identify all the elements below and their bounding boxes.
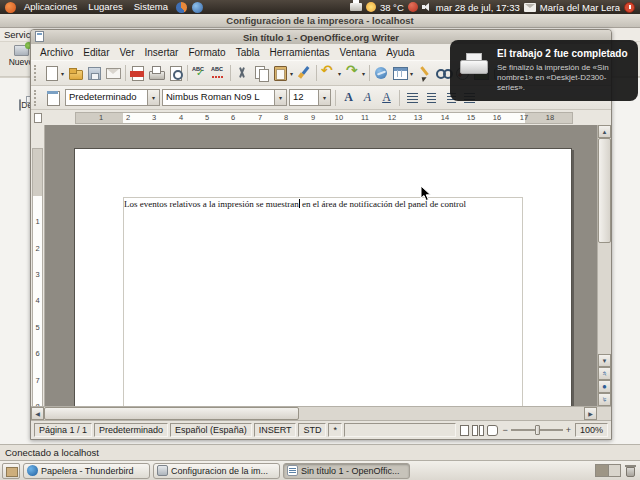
- ruler-corner-button[interactable]: [31, 110, 45, 125]
- mail-indicator-icon[interactable]: [524, 3, 536, 12]
- font-size-combo[interactable]: 12 ▾: [289, 89, 331, 106]
- language-cell[interactable]: Español (España): [170, 423, 252, 437]
- table-dropdown-arrow[interactable]: ▾: [408, 70, 415, 77]
- zoom-slider[interactable]: − +: [500, 425, 573, 435]
- multi-page-view-icon[interactable]: [472, 423, 484, 437]
- document-canvas[interactable]: Los eventos relativos a la impresión se …: [46, 125, 597, 406]
- scroll-up-button[interactable]: ▲: [598, 125, 611, 138]
- zoom-out-icon[interactable]: −: [502, 425, 507, 435]
- workspace-switcher[interactable]: [595, 464, 621, 477]
- vertical-scroll-track[interactable]: [598, 243, 611, 354]
- navigation-button[interactable]: ●: [598, 380, 611, 393]
- menu-ventana[interactable]: Ventana: [335, 47, 382, 58]
- previous-page-button[interactable]: «: [598, 367, 611, 380]
- single-page-view-icon[interactable]: [458, 423, 470, 437]
- temperature-label[interactable]: 38 °C: [380, 2, 404, 13]
- zoom-in-icon[interactable]: +: [566, 425, 571, 435]
- firefox-launcher-icon[interactable]: [176, 2, 187, 13]
- horizontal-scroll-track[interactable]: [44, 407, 584, 420]
- format-paintbrush-icon[interactable]: [296, 65, 313, 81]
- print-queue-icon[interactable]: [350, 3, 362, 11]
- align-left-icon[interactable]: [404, 90, 421, 106]
- save-icon[interactable]: [86, 65, 103, 81]
- scroll-down-button[interactable]: ▼: [598, 354, 611, 367]
- undo-dropdown-arrow[interactable]: ▾: [336, 70, 343, 77]
- toolbar-grip[interactable]: [34, 65, 39, 81]
- paste-icon[interactable]: [272, 65, 289, 81]
- zoom-percent-cell[interactable]: 100%: [575, 423, 608, 437]
- scroll-left-button[interactable]: ◀: [31, 407, 44, 420]
- taskbar-window-printer-config[interactable]: Configuracion de la im...: [153, 463, 280, 479]
- paste-dropdown-arrow[interactable]: ▾: [288, 70, 295, 77]
- paragraph-style-combo[interactable]: Predeterminado ▾: [65, 89, 160, 106]
- places-menu[interactable]: Lugares: [83, 0, 127, 14]
- menu-ver[interactable]: Ver: [114, 47, 139, 58]
- document-text-line[interactable]: Los eventos relativos a la impresión se …: [124, 198, 551, 210]
- next-page-button[interactable]: «: [598, 393, 611, 406]
- redo-dropdown-arrow[interactable]: ▾: [360, 70, 367, 77]
- menu-ayuda[interactable]: Ayuda: [381, 47, 419, 58]
- scroll-right-button[interactable]: ▶: [584, 407, 597, 420]
- user-name-label[interactable]: María del Mar Lera: [540, 2, 620, 13]
- horizontal-scrollbar[interactable]: ◀ ▶: [31, 406, 611, 420]
- vertical-scrollbar[interactable]: ▲ ▼ « ● «: [597, 125, 611, 406]
- underline-button[interactable]: A: [378, 89, 395, 106]
- applications-menu[interactable]: Aplicaciones: [19, 0, 82, 14]
- font-dropdown-button[interactable]: ▾: [274, 90, 286, 105]
- menu-insertar[interactable]: Insertar: [140, 47, 184, 58]
- cut-icon[interactable]: [234, 65, 251, 81]
- horizontal-ruler[interactable]: 1 2 3 4 5 6 7 8 9 10 11 12 13 14 15 16 1…: [45, 110, 611, 125]
- style-dropdown-button[interactable]: ▾: [147, 90, 159, 105]
- open-icon[interactable]: [67, 65, 84, 81]
- menu-tabla[interactable]: Tabla: [231, 47, 265, 58]
- styles-icon[interactable]: [45, 90, 62, 106]
- export-pdf-icon[interactable]: [129, 65, 146, 81]
- printer-window-titlebar[interactable]: Configuracion de la impresora - localhos…: [0, 14, 640, 28]
- page-preview-icon[interactable]: [167, 65, 184, 81]
- trash-icon[interactable]: [625, 464, 636, 477]
- taskbar-window-writer[interactable]: Sin título 1 - OpenOffic...: [283, 463, 410, 479]
- selection-mode-cell[interactable]: STD: [298, 423, 326, 437]
- workspace-2[interactable]: [609, 465, 621, 476]
- print-icon[interactable]: [148, 65, 165, 81]
- zoom-track[interactable]: [511, 429, 563, 431]
- italic-button[interactable]: A: [359, 89, 376, 106]
- workspace-1[interactable]: [596, 465, 609, 476]
- horizontal-scroll-thumb[interactable]: [44, 407, 299, 420]
- weather-icon[interactable]: [366, 2, 376, 12]
- bold-button[interactable]: A: [340, 89, 357, 106]
- help-launcher-icon[interactable]: [192, 2, 203, 13]
- email-icon[interactable]: [105, 65, 122, 81]
- undo-icon[interactable]: ↶: [320, 65, 337, 81]
- insert-mode-cell[interactable]: INSERT: [254, 423, 297, 437]
- vertical-scroll-thumb[interactable]: [598, 138, 611, 243]
- printer-menu-item[interactable]: Servic: [4, 29, 30, 40]
- copy-icon[interactable]: [253, 65, 270, 81]
- clock-label[interactable]: mar 28 de jul, 17:33: [436, 2, 520, 13]
- system-menu[interactable]: Sistema: [129, 0, 173, 14]
- volume-icon[interactable]: [422, 2, 432, 12]
- new-dropdown-arrow[interactable]: ▾: [59, 70, 66, 77]
- page-style-cell[interactable]: Predeterminado: [94, 423, 168, 437]
- menu-herramientas[interactable]: Herramientas: [265, 47, 335, 58]
- modified-flag-cell[interactable]: *: [328, 423, 342, 437]
- spellcheck-icon[interactable]: ABC✓: [191, 65, 208, 81]
- hyperlink-icon[interactable]: [373, 65, 390, 81]
- page-count-cell[interactable]: Página 1 / 1: [34, 423, 92, 437]
- auto-spellcheck-icon[interactable]: ABC: [210, 65, 227, 81]
- redo-icon[interactable]: ↷: [344, 65, 361, 81]
- book-view-icon[interactable]: [486, 423, 498, 437]
- menu-archivo[interactable]: Archivo: [35, 47, 78, 58]
- draw-functions-icon[interactable]: [416, 65, 433, 81]
- document-page[interactable]: Los eventos relativos a la impresión se …: [74, 148, 572, 406]
- menu-editar[interactable]: Editar: [78, 47, 114, 58]
- zoom-thumb[interactable]: [535, 425, 540, 435]
- ubuntu-logo-icon[interactable]: [5, 2, 16, 13]
- applet-icon[interactable]: [408, 2, 418, 12]
- taskbar-window-thunderbird[interactable]: Papelera - Thunderbird: [23, 463, 150, 479]
- new-document-icon[interactable]: [43, 65, 60, 81]
- font-name-combo[interactable]: Nimbus Roman No9 L ▾: [162, 89, 287, 106]
- size-dropdown-button[interactable]: ▾: [318, 90, 330, 105]
- power-icon[interactable]: [624, 2, 635, 13]
- vertical-ruler[interactable]: 1 2 3 4 5 6 7 8: [31, 125, 45, 406]
